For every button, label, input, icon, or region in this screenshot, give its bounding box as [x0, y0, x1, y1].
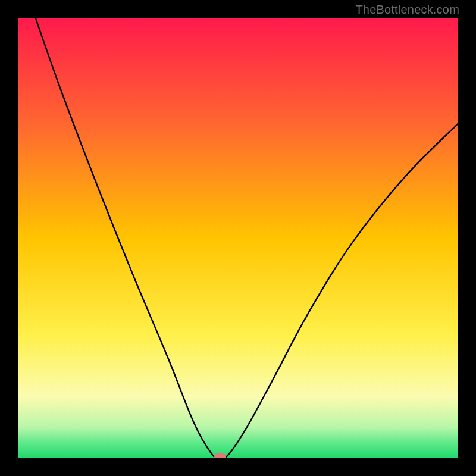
- chart-frame: TheBottleneck.com: [0, 0, 476, 476]
- minimum-marker: [214, 453, 226, 458]
- plot-svg: [18, 18, 458, 458]
- gradient-background: [18, 18, 458, 458]
- plot-area: [18, 18, 458, 458]
- watermark-text: TheBottleneck.com: [355, 3, 459, 17]
